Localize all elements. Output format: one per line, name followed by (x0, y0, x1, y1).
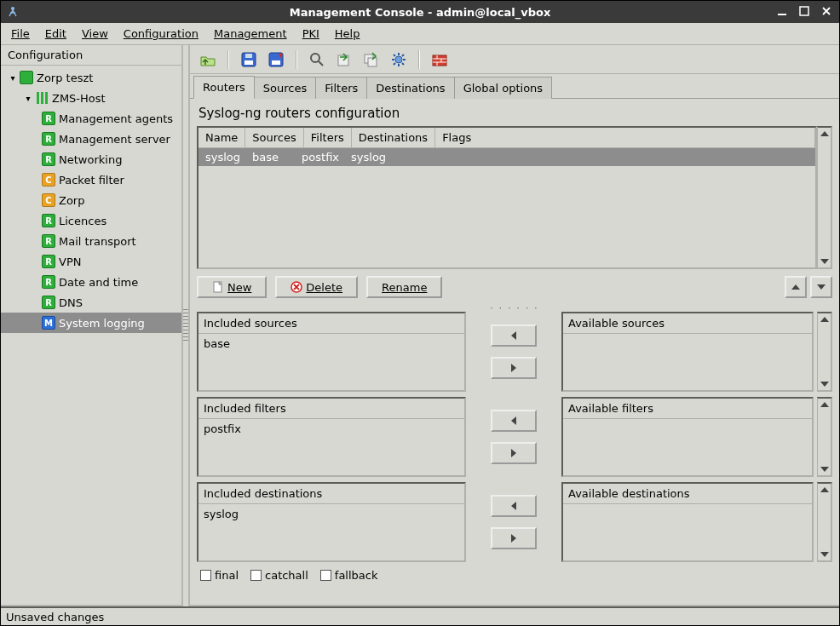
close-button[interactable] (819, 3, 834, 19)
table-column-header[interactable]: Flags (435, 128, 815, 148)
scroll-down-icon[interactable] (819, 256, 831, 267)
table-cell: base (252, 151, 302, 164)
export-icon[interactable] (333, 49, 355, 71)
module-icon: R (42, 275, 55, 289)
tab-destinations[interactable]: Destinations (366, 77, 454, 99)
move-down-button[interactable] (810, 276, 832, 298)
sidebar-item[interactable]: RLicences (1, 210, 181, 231)
final-checkbox[interactable]: final (200, 569, 239, 582)
gear-icon[interactable] (388, 49, 410, 71)
save-alert-icon[interactable] (265, 49, 287, 71)
table-column-header[interactable]: Destinations (352, 128, 435, 148)
tree-host[interactable]: ▾ ZMS-Host (1, 88, 181, 108)
routers-table: NameSourcesFiltersDestinationsFlags sysl… (197, 126, 817, 269)
sidebar-item[interactable]: CPacket filter (1, 169, 181, 190)
menu-edit[interactable]: Edit (38, 25, 73, 43)
table-row[interactable]: syslogbasepostfixsyslog (198, 148, 815, 166)
svg-point-0 (11, 7, 14, 10)
tab-filters[interactable]: Filters (315, 77, 367, 99)
sidebar-item-label: DNS (59, 296, 83, 309)
move-left-button[interactable] (491, 324, 537, 347)
up-folder-icon[interactable] (197, 49, 219, 71)
fallback-checkbox[interactable]: fallback (320, 569, 378, 582)
sidebar-item[interactable]: MSystem logging (1, 313, 181, 333)
table-column-header[interactable]: Name (198, 128, 245, 148)
scroll-up-icon[interactable] (819, 128, 831, 140)
scroll-up-icon[interactable] (819, 313, 831, 325)
available-filters-header: Available filters (563, 399, 812, 419)
scroll-up-icon[interactable] (819, 484, 831, 496)
included-filters-list[interactable]: Included filters postfix (197, 397, 466, 477)
menu-management[interactable]: Management (207, 25, 294, 43)
sidebar-item[interactable]: RMail transport (1, 231, 181, 251)
svg-rect-13 (433, 55, 446, 66)
table-cell: syslog (351, 151, 423, 164)
included-sources-list[interactable]: Included sources base (197, 312, 466, 392)
table-cell (423, 151, 758, 164)
tab-routers[interactable]: Routers (193, 76, 255, 99)
toolbar (190, 45, 839, 74)
delete-icon (291, 281, 302, 293)
rename-button[interactable]: Rename (366, 276, 442, 298)
catchall-checkbox[interactable]: catchall (250, 569, 308, 582)
destinations-scrollbar[interactable] (817, 482, 832, 562)
sidebar-item[interactable]: CZorp (1, 190, 181, 210)
firewall-icon[interactable] (429, 49, 451, 71)
search-icon[interactable] (306, 49, 328, 71)
sidebar-item[interactable]: RDate and time (1, 272, 181, 292)
available-sources-list[interactable]: Available sources (561, 312, 814, 392)
move-right-button[interactable] (491, 527, 537, 549)
list-item[interactable]: syslog (198, 504, 464, 560)
module-icon: R (42, 255, 55, 268)
export-multi-icon[interactable] (360, 49, 383, 71)
move-left-button[interactable] (491, 410, 537, 432)
available-destinations-list[interactable]: Available destinations (561, 482, 814, 562)
move-up-button[interactable] (785, 276, 807, 298)
scroll-up-icon[interactable] (819, 399, 831, 411)
chevron-down-icon[interactable]: ▾ (23, 94, 33, 103)
menu-view[interactable]: View (75, 25, 115, 43)
menu-pki[interactable]: PKI (296, 25, 326, 43)
module-icon: R (42, 214, 55, 227)
filters-scrollbar[interactable] (817, 397, 832, 477)
chevron-down-icon[interactable]: ▾ (8, 73, 18, 83)
sidebar-item[interactable]: RVPN (1, 251, 181, 272)
tab-global-options[interactable]: Global options (454, 77, 552, 99)
available-filters-list[interactable]: Available filters (561, 397, 814, 477)
maximize-button[interactable] (797, 3, 812, 19)
list-item[interactable]: base (198, 334, 464, 390)
move-right-button[interactable] (491, 442, 537, 464)
module-icon: C (42, 193, 55, 207)
splitter-horizontal[interactable]: · · · · · · (197, 303, 832, 312)
titlebar: Management Console - admin@local_vbox (1, 1, 839, 23)
section-title: Syslog-ng routers configuration (198, 106, 832, 121)
new-button[interactable]: New (197, 276, 267, 298)
main-panel: RoutersSourcesFiltersDestinationsGlobal … (188, 45, 839, 606)
scroll-down-icon[interactable] (819, 378, 831, 390)
move-right-button[interactable] (491, 357, 537, 379)
sidebar-item[interactable]: RDNS (1, 292, 181, 313)
menu-help[interactable]: Help (328, 25, 367, 43)
sources-scrollbar[interactable] (817, 312, 832, 392)
list-item[interactable]: postfix (198, 419, 464, 475)
move-left-button[interactable] (491, 495, 537, 517)
sidebar-item[interactable]: RNetworking (1, 149, 181, 169)
included-filters-header: Included filters (198, 399, 464, 419)
scroll-down-icon[interactable] (819, 548, 831, 560)
delete-button[interactable]: Delete (275, 276, 358, 298)
scroll-down-icon[interactable] (819, 463, 831, 475)
sidebar: Configuration ▾ Zorp teszt ▾ ZMS-Host RM… (1, 45, 183, 606)
table-scrollbar[interactable] (817, 126, 832, 269)
tab-sources[interactable]: Sources (254, 77, 316, 99)
minimize-button[interactable] (774, 3, 790, 19)
menu-configuration[interactable]: Configuration (117, 25, 205, 43)
tree-root[interactable]: ▾ Zorp teszt (1, 67, 181, 88)
svg-point-8 (311, 54, 319, 62)
menu-file[interactable]: File (4, 25, 37, 43)
included-destinations-list[interactable]: Included destinations syslog (197, 482, 466, 562)
table-column-header[interactable]: Sources (245, 128, 303, 148)
sidebar-item[interactable]: RManagement agents (1, 108, 181, 129)
sidebar-item[interactable]: RManagement server (1, 129, 181, 149)
table-column-header[interactable]: Filters (304, 128, 352, 148)
save-icon[interactable] (238, 49, 260, 71)
